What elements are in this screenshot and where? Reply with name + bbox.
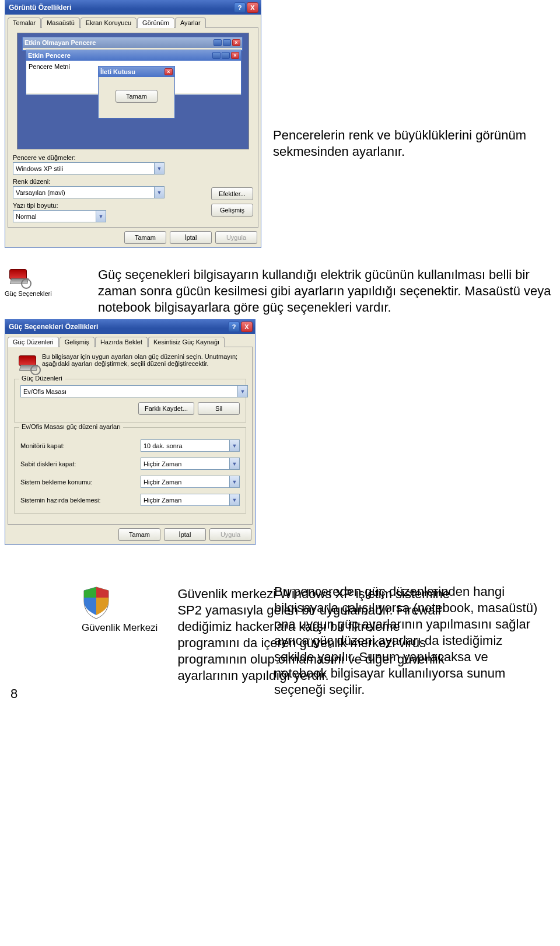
tab-settings[interactable]: Ayarlar bbox=[175, 18, 206, 28]
power-icon-label: Güç Seçenekleri bbox=[5, 290, 86, 297]
paragraph-power-intro: Güç seçenekleri bilgisayarın kullandığı … bbox=[98, 267, 555, 316]
battery-plug-icon bbox=[5, 267, 34, 290]
tabs-row: Temalar Masaüstü Ekran Koruyucu Görünüm … bbox=[5, 15, 261, 27]
font-size-combo[interactable]: Normal ▼ bbox=[13, 210, 106, 222]
security-icon-label: Güvenlik Merkezi bbox=[82, 622, 158, 634]
battery-plug-icon bbox=[14, 353, 36, 373]
hibernate-value: Hiçbir Zaman bbox=[144, 497, 181, 504]
hibernate-combo[interactable]: Hiçbir Zaman ▼ bbox=[141, 494, 240, 506]
tab-advanced[interactable]: Gelişmiş bbox=[60, 337, 94, 347]
tabs-row: Güç Düzenleri Gelişmiş Hazırda Beklet Ke… bbox=[5, 334, 255, 347]
tab-screensaver[interactable]: Ekran Koruyucu bbox=[80, 18, 136, 28]
preview-active-title: Etkin Pencere bbox=[28, 52, 71, 59]
power-options-dialog: Güç Seçenekleri Özellikleri ? X Güç Düze… bbox=[5, 319, 256, 545]
monitor-off-label: Monitörü kapat: bbox=[20, 442, 65, 449]
chevron-down-icon: ▼ bbox=[154, 163, 164, 174]
tab-body: Bu bilgisayar için uygun ayarları olan g… bbox=[8, 347, 253, 525]
chevron-down-icon: ▼ bbox=[154, 187, 164, 198]
preview-body-text: Pencere Metni bbox=[29, 63, 70, 70]
effects-button[interactable]: Efektler... bbox=[211, 187, 253, 200]
power-dialog-message: Bu bilgisayar için uygun ayarları olan g… bbox=[42, 353, 246, 373]
titlebar[interactable]: Görüntü Özellikleri ? X bbox=[5, 1, 261, 15]
hdd-off-label: Sabit diskleri kapat: bbox=[20, 460, 76, 467]
color-scheme-value: Varsayılan (mavi) bbox=[16, 189, 65, 196]
paragraph-power-detail: Bu pencereden güç düzenlerinden hangi bi… bbox=[274, 584, 542, 698]
page-number: 8 bbox=[10, 686, 18, 701]
standby-combo[interactable]: Hiçbir Zaman ▼ bbox=[141, 476, 240, 488]
cancel-button[interactable]: İptal bbox=[170, 231, 212, 244]
preview-messagebox: İleti Kutusu × Tamam bbox=[98, 66, 175, 118]
color-scheme-combo[interactable]: Varsayılan (mavi) ▼ bbox=[13, 186, 164, 198]
scheme-fieldset: Güç Düzenleri Ev/Ofis Masası ▼ Farklı Ka… bbox=[14, 379, 246, 423]
settings-fieldset: Ev/Ofis Masası güç düzeni ayarları Monit… bbox=[14, 427, 246, 514]
appearance-preview: Etkin Olmayan Pencere × Etkin Pencere × bbox=[17, 33, 249, 149]
ok-button[interactable]: Tamam bbox=[124, 231, 166, 244]
standby-value: Hiçbir Zaman bbox=[144, 479, 181, 486]
chevron-down-icon: ▼ bbox=[229, 440, 239, 451]
standby-label: Sistem bekleme konumu: bbox=[20, 479, 93, 486]
preview-inactive-window: Etkin Olmayan Pencere × bbox=[22, 37, 243, 51]
paragraph-display: Pencerelerin renk ve büyüklüklerini görü… bbox=[273, 127, 530, 160]
close-icon[interactable]: X bbox=[241, 322, 253, 332]
close-icon: × bbox=[231, 52, 239, 59]
windows-buttons-label: Pencere ve düğmeler: bbox=[13, 154, 253, 161]
tab-themes[interactable]: Temalar bbox=[8, 18, 41, 28]
tab-body: Etkin Olmayan Pencere × Etkin Pencere × bbox=[8, 27, 258, 228]
delete-button[interactable]: Sil bbox=[198, 402, 240, 415]
maximize-icon bbox=[223, 39, 231, 46]
help-icon[interactable]: ? bbox=[228, 322, 240, 332]
chevron-down-icon: ▼ bbox=[229, 494, 239, 505]
hdd-off-value: Hiçbir Zaman bbox=[144, 460, 181, 467]
monitor-off-combo[interactable]: 10 dak. sonra ▼ bbox=[141, 439, 240, 452]
tab-appearance[interactable]: Görünüm bbox=[137, 18, 174, 28]
close-icon: × bbox=[164, 68, 173, 75]
chevron-down-icon: ▼ bbox=[229, 458, 239, 469]
tab-hibernate[interactable]: Hazırda Beklet bbox=[95, 337, 148, 347]
minimize-icon bbox=[214, 39, 222, 46]
titlebar[interactable]: Güç Seçenekleri Özellikleri ? X bbox=[5, 320, 255, 334]
tab-desktop[interactable]: Masaüstü bbox=[41, 18, 80, 28]
preview-inactive-title: Etkin Olmayan Pencere bbox=[24, 39, 96, 46]
advanced-button[interactable]: Gelişmiş bbox=[211, 204, 253, 217]
save-as-button[interactable]: Farklı Kaydet... bbox=[138, 402, 194, 415]
windows-buttons-combo[interactable]: Windows XP stili ▼ bbox=[13, 162, 164, 174]
chevron-down-icon: ▼ bbox=[237, 386, 247, 397]
cancel-button[interactable]: İptal bbox=[164, 528, 206, 541]
apply-button[interactable]: Uygula bbox=[209, 528, 251, 541]
shield-icon bbox=[82, 586, 111, 620]
chevron-down-icon: ▼ bbox=[229, 476, 239, 487]
windows-buttons-value: Windows XP stili bbox=[16, 165, 63, 172]
preview-msgbox-title: İleti Kutusu bbox=[100, 68, 135, 75]
dialog-title: Görüntü Özellikleri bbox=[9, 4, 71, 12]
minimize-icon bbox=[212, 52, 220, 59]
color-scheme-label: Renk düzeni: bbox=[13, 178, 253, 185]
tab-ups[interactable]: Kesintisiz Güç Kaynağı bbox=[148, 337, 225, 347]
close-icon: × bbox=[232, 39, 240, 46]
scheme-value: Ev/Ofis Masası bbox=[23, 388, 66, 395]
ok-button[interactable]: Tamam bbox=[118, 528, 160, 541]
scheme-combo[interactable]: Ev/Ofis Masası ▼ bbox=[20, 385, 248, 397]
scheme-legend: Güç Düzenleri bbox=[19, 375, 65, 382]
maximize-icon bbox=[222, 52, 230, 59]
dialog-title: Güç Seçenekleri Özellikleri bbox=[9, 323, 98, 331]
apply-button[interactable]: Uygula bbox=[215, 231, 257, 244]
close-icon[interactable]: X bbox=[247, 2, 258, 13]
tab-power-schemes[interactable]: Güç Düzenleri bbox=[8, 337, 59, 347]
display-properties-dialog: Görüntü Özellikleri ? X Temalar Masaüstü… bbox=[5, 0, 261, 248]
preview-msgbox-ok: Tamam bbox=[116, 90, 158, 103]
hibernate-label: Sistemin hazırda beklemesi: bbox=[20, 497, 101, 504]
monitor-off-value: 10 dak. sonra bbox=[144, 442, 183, 449]
help-icon[interactable]: ? bbox=[234, 2, 246, 13]
chevron-down-icon: ▼ bbox=[96, 211, 106, 222]
hdd-off-combo[interactable]: Hiçbir Zaman ▼ bbox=[141, 458, 240, 470]
settings-legend: Ev/Ofis Masası güç düzeni ayarları bbox=[19, 423, 123, 430]
font-size-value: Normal bbox=[16, 213, 36, 220]
